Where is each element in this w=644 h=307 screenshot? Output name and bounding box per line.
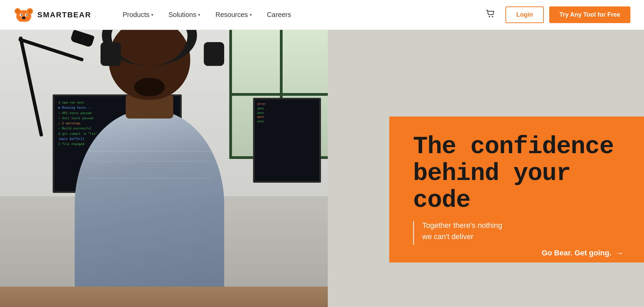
person-torso xyxy=(75,110,224,307)
chevron-down-icon: ▾ xyxy=(250,12,252,17)
navbar: SMARTBEAR. Products ▾ Solutions ▾ Resour… xyxy=(0,0,644,30)
desk-surface xyxy=(0,287,328,307)
login-button[interactable]: Login xyxy=(505,6,544,23)
try-free-button[interactable]: Try Any Tool for Free xyxy=(549,6,630,23)
hero-section: $ npm run test ▶ Running tests... ✓ API … xyxy=(0,30,644,307)
nav-links: Products ▾ Solutions ▾ Resources ▾ Caree… xyxy=(117,8,481,21)
hero-cta-link[interactable]: Go Bear. Get going. → xyxy=(413,245,624,258)
monitor-right: error pass pass warn pass xyxy=(253,98,321,183)
hero-divider xyxy=(413,221,414,245)
arrow-right-icon: → xyxy=(615,248,624,258)
left-ear-cup xyxy=(101,42,121,66)
hair-bun xyxy=(134,78,165,96)
nav-right: Login Try Any Tool for Free xyxy=(481,6,630,23)
nav-resources[interactable]: Resources ▾ xyxy=(209,8,258,21)
logo-text: SMARTBEAR xyxy=(37,11,91,19)
right-ear-cup xyxy=(204,42,224,66)
nav-careers[interactable]: Careers xyxy=(261,8,297,21)
chevron-down-icon: ▾ xyxy=(198,12,200,17)
svg-point-7 xyxy=(21,14,22,16)
logo-dot: . xyxy=(95,12,96,18)
hero-background-image: $ npm run test ▶ Running tests... ✓ API … xyxy=(0,30,328,307)
hero-content-box: The confidence behind your code Together… xyxy=(389,116,644,263)
svg-point-3 xyxy=(16,10,19,13)
logo-icon xyxy=(14,8,34,22)
hero-sub-text: Together there's nothing we can't delive… xyxy=(422,220,511,242)
svg-point-11 xyxy=(492,16,493,17)
svg-point-8 xyxy=(26,14,28,16)
logo-link[interactable]: SMARTBEAR. xyxy=(14,8,96,22)
nav-products[interactable]: Products ▾ xyxy=(117,8,160,21)
svg-point-4 xyxy=(28,10,32,13)
hero-cta-label: Go Bear. Get going. xyxy=(542,249,611,257)
hero-headline: The confidence behind your code Together… xyxy=(413,133,624,245)
cart-icon[interactable] xyxy=(481,6,500,23)
svg-point-10 xyxy=(489,16,490,17)
chevron-down-icon: ▾ xyxy=(151,12,154,17)
nav-solutions[interactable]: Solutions ▾ xyxy=(162,8,207,21)
